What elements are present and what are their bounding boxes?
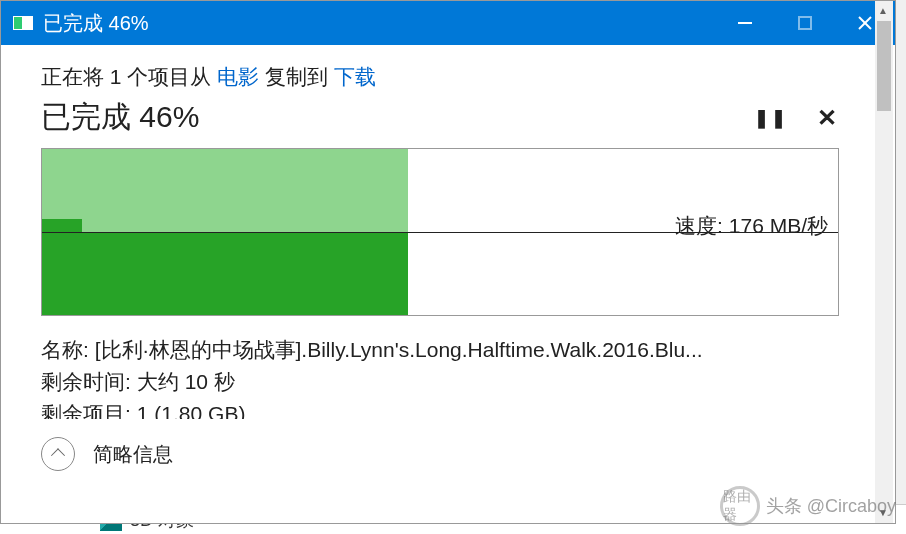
speed-chart: 速度: 176 MB/秒 (41, 148, 839, 316)
dialog-content: 正在将 1 个项目从 电影 复制到 下载 已完成 46% ❚❚ ✕ 速度: 17… (1, 45, 895, 523)
status-row: 已完成 46% ❚❚ ✕ (41, 97, 855, 138)
collapse-toggle-button[interactable] (41, 437, 75, 471)
pause-button[interactable]: ❚❚ (753, 100, 789, 136)
details-block: 名称: [比利·林恩的中场战事].Billy.Lynn's.Long.Halft… (41, 334, 855, 419)
source-link[interactable]: 电影 (217, 65, 259, 88)
scrollbar-thumb[interactable] (877, 21, 891, 111)
detail-items-row: 剩余项目: 1 (1.80 GB) (41, 401, 855, 419)
detail-name-row: 名称: [比利·林恩的中场战事].Billy.Lynn's.Long.Halft… (41, 334, 855, 366)
detail-time-value: 大约 10 秒 (137, 366, 235, 398)
collapse-label: 简略信息 (93, 441, 173, 468)
copy-mid: 复制到 (259, 65, 334, 88)
titlebar[interactable]: 已完成 46% (1, 1, 895, 45)
file-copy-dialog: 已完成 46% 正在将 1 个项目从 电影 复制到 下载 已完成 46% ❚❚ … (0, 0, 896, 524)
chart-speed-step (42, 219, 82, 232)
vertical-scrollbar[interactable]: ▲ ▼ (875, 1, 893, 523)
detail-time-label: 剩余时间: (41, 366, 131, 398)
copy-prefix: 正在将 1 个项目从 (41, 65, 217, 88)
watermark-badge-icon: 路由器 (720, 486, 760, 526)
copy-description: 正在将 1 个项目从 电影 复制到 下载 (41, 63, 855, 91)
maximize-button[interactable] (775, 1, 835, 45)
chart-speed-area (42, 232, 408, 315)
window-title: 已完成 46% (43, 10, 715, 37)
detail-items-value: 1 (1.80 GB) (137, 401, 246, 419)
cancel-button[interactable]: ✕ (809, 100, 845, 136)
progress-status-text: 已完成 46% (41, 97, 199, 138)
watermark-text: 头条 @Circaboy (766, 494, 896, 518)
dest-link[interactable]: 下载 (334, 65, 376, 88)
minimize-button[interactable] (715, 1, 775, 45)
watermark: 路由器 头条 @Circaboy (720, 486, 896, 526)
detail-name-label: 名称: (41, 334, 89, 366)
speed-label: 速度: 176 MB/秒 (675, 212, 828, 240)
copy-progress-icon (13, 16, 33, 30)
detail-name-value: [比利·林恩的中场战事].Billy.Lynn's.Long.Halftime.… (95, 334, 703, 366)
collapse-row[interactable]: 简略信息 (41, 437, 855, 471)
chevron-up-icon (51, 448, 65, 462)
scroll-up-arrow-icon[interactable]: ▲ (877, 5, 889, 17)
detail-items-label: 剩余项目: (41, 401, 131, 419)
detail-time-row: 剩余时间: 大约 10 秒 (41, 366, 855, 398)
